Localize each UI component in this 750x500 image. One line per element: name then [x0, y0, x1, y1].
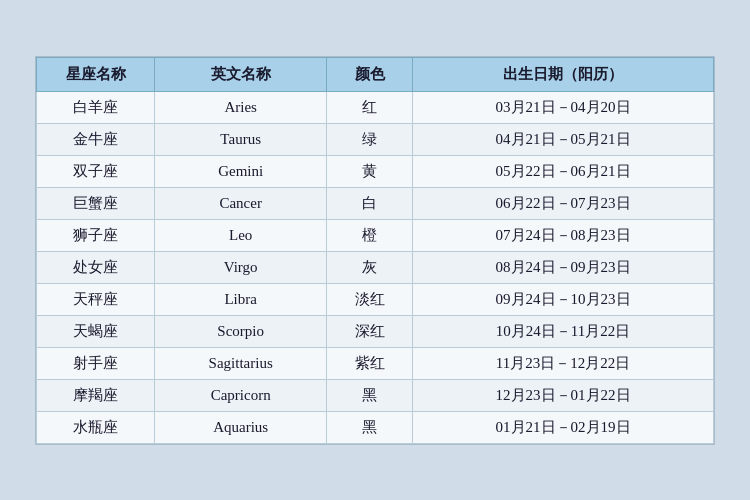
cell-en: Scorpio — [155, 315, 327, 347]
cell-date: 12月23日－01月22日 — [413, 379, 714, 411]
table-row: 双子座Gemini黄05月22日－06月21日 — [37, 155, 714, 187]
cell-en: Libra — [155, 283, 327, 315]
cell-date: 06月22日－07月23日 — [413, 187, 714, 219]
header-en: 英文名称 — [155, 57, 327, 91]
cell-zh: 天蝎座 — [37, 315, 155, 347]
cell-date: 05月22日－06月21日 — [413, 155, 714, 187]
cell-zh: 白羊座 — [37, 91, 155, 123]
cell-en: Virgo — [155, 251, 327, 283]
table-row: 水瓶座Aquarius黑01月21日－02月19日 — [37, 411, 714, 443]
cell-date: 11月23日－12月22日 — [413, 347, 714, 379]
cell-color: 灰 — [327, 251, 413, 283]
cell-en: Aries — [155, 91, 327, 123]
cell-zh: 双子座 — [37, 155, 155, 187]
table-header-row: 星座名称 英文名称 颜色 出生日期（阳历） — [37, 57, 714, 91]
cell-color: 紫红 — [327, 347, 413, 379]
cell-color: 淡红 — [327, 283, 413, 315]
cell-en: Gemini — [155, 155, 327, 187]
header-date: 出生日期（阳历） — [413, 57, 714, 91]
table-row: 摩羯座Capricorn黑12月23日－01月22日 — [37, 379, 714, 411]
cell-zh: 处女座 — [37, 251, 155, 283]
table-row: 狮子座Leo橙07月24日－08月23日 — [37, 219, 714, 251]
table-row: 天秤座Libra淡红09月24日－10月23日 — [37, 283, 714, 315]
header-zh: 星座名称 — [37, 57, 155, 91]
table-row: 白羊座Aries红03月21日－04月20日 — [37, 91, 714, 123]
zodiac-table-container: 星座名称 英文名称 颜色 出生日期（阳历） 白羊座Aries红03月21日－04… — [35, 56, 715, 445]
cell-date: 07月24日－08月23日 — [413, 219, 714, 251]
cell-en: Sagittarius — [155, 347, 327, 379]
cell-en: Leo — [155, 219, 327, 251]
table-body: 白羊座Aries红03月21日－04月20日金牛座Taurus绿04月21日－0… — [37, 91, 714, 443]
cell-zh: 天秤座 — [37, 283, 155, 315]
cell-date: 10月24日－11月22日 — [413, 315, 714, 347]
table-row: 天蝎座Scorpio深红10月24日－11月22日 — [37, 315, 714, 347]
cell-color: 绿 — [327, 123, 413, 155]
cell-zh: 摩羯座 — [37, 379, 155, 411]
cell-date: 08月24日－09月23日 — [413, 251, 714, 283]
cell-color: 黑 — [327, 379, 413, 411]
cell-date: 03月21日－04月20日 — [413, 91, 714, 123]
cell-color: 橙 — [327, 219, 413, 251]
cell-en: Aquarius — [155, 411, 327, 443]
cell-color: 深红 — [327, 315, 413, 347]
table-row: 处女座Virgo灰08月24日－09月23日 — [37, 251, 714, 283]
cell-zh: 金牛座 — [37, 123, 155, 155]
cell-zh: 巨蟹座 — [37, 187, 155, 219]
cell-color: 红 — [327, 91, 413, 123]
cell-color: 白 — [327, 187, 413, 219]
cell-color: 黑 — [327, 411, 413, 443]
cell-zh: 水瓶座 — [37, 411, 155, 443]
table-row: 巨蟹座Cancer白06月22日－07月23日 — [37, 187, 714, 219]
cell-date: 04月21日－05月21日 — [413, 123, 714, 155]
cell-date: 01月21日－02月19日 — [413, 411, 714, 443]
table-row: 射手座Sagittarius紫红11月23日－12月22日 — [37, 347, 714, 379]
table-row: 金牛座Taurus绿04月21日－05月21日 — [37, 123, 714, 155]
cell-en: Cancer — [155, 187, 327, 219]
cell-en: Capricorn — [155, 379, 327, 411]
cell-color: 黄 — [327, 155, 413, 187]
cell-zh: 射手座 — [37, 347, 155, 379]
header-color: 颜色 — [327, 57, 413, 91]
cell-zh: 狮子座 — [37, 219, 155, 251]
zodiac-table: 星座名称 英文名称 颜色 出生日期（阳历） 白羊座Aries红03月21日－04… — [36, 57, 714, 444]
cell-en: Taurus — [155, 123, 327, 155]
cell-date: 09月24日－10月23日 — [413, 283, 714, 315]
